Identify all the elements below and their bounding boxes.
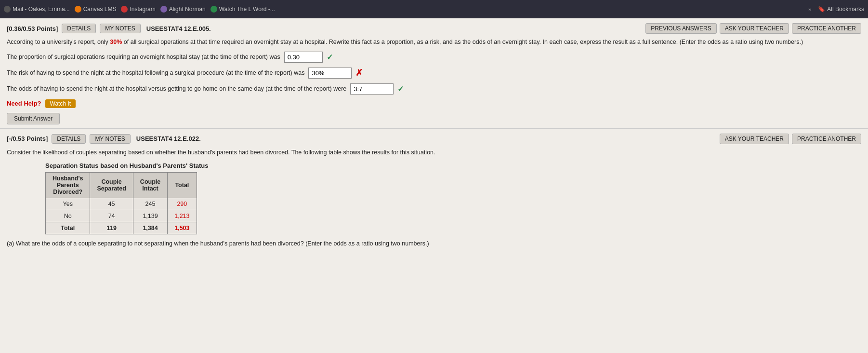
table-cell-yes-intact: 245	[133, 198, 167, 210]
chevron-right-icon: »	[808, 6, 811, 12]
topbar-right: » 🔖 All Bookmarks	[808, 6, 864, 13]
table-cell-yes-total: 290	[168, 198, 197, 210]
q2-answer-row-2: The risk of having to spend the night at…	[7, 68, 861, 79]
q2-right-buttons: PREVIOUS ANSWERS ASK YOUR TEACHER PRACTI…	[645, 23, 861, 34]
top-bar: Mail - Oakes, Emma... Canvas LMS Instagr…	[0, 0, 868, 18]
pct-highlight: 30%	[110, 39, 122, 45]
q2-row1-input[interactable]	[284, 52, 323, 63]
table-row-total: Total 119 1,384 1,503	[46, 222, 197, 234]
question-2-header: [0.36/0.53 Points] DETAILS MY NOTES USEE…	[7, 23, 861, 34]
table-cell-total-intact: 1,384	[133, 222, 167, 234]
q2-row3-input[interactable]	[350, 83, 394, 95]
need-help-row: Need Help? Watch It	[7, 99, 861, 108]
q2-row2-check: ✗	[355, 68, 363, 78]
q2-row2-prefix: The risk of having to spend the night at…	[7, 69, 304, 76]
tab-instagram-label: Instagram	[130, 6, 155, 13]
q2-row1-prefix: The proportion of surgical operations re…	[7, 54, 280, 60]
question-13-id: USEESTAT4 12.E.022.	[136, 135, 201, 142]
table-header-parents: Husband'sParentsDivorced?	[46, 172, 90, 198]
tab-list: Mail - Oakes, Emma... Canvas LMS Instagr…	[4, 6, 802, 13]
tab-dot-canvas	[75, 6, 81, 13]
table-cell-yes-label: Yes	[46, 198, 90, 210]
question-13-text: Consider the likelihood of couples separ…	[7, 148, 861, 157]
q2-answer-row-1: The proportion of surgical operations re…	[7, 52, 861, 63]
table-cell-total-separated: 119	[90, 222, 133, 234]
q13-practice-another-button[interactable]: PRACTICE ANOTHER	[792, 134, 861, 144]
tab-watch[interactable]: Watch The L Word -...	[210, 6, 275, 13]
table-cell-no-intact: 1,139	[133, 210, 167, 222]
bookmarks-label: All Bookmarks	[827, 6, 864, 13]
question-13-points: [-/0.53 Points]	[7, 135, 48, 142]
q2-details-button[interactable]: DETAILS	[62, 24, 96, 33]
need-help-label: Need Help?	[7, 100, 41, 107]
q13-sub-question-a: (a) What are the odds of a couple separa…	[7, 239, 861, 248]
tab-dot-watch	[210, 6, 217, 13]
table-cell-no-label: No	[46, 210, 90, 222]
question-2-block: [0.36/0.53 Points] DETAILS MY NOTES USEE…	[0, 18, 868, 129]
q13-ask-teacher-button[interactable]: ASK YOUR TEACHER	[720, 134, 789, 144]
table-row-yes: Yes 45 245 290	[46, 198, 197, 210]
tab-canvas-label: Canvas LMS	[83, 6, 117, 13]
table-cell-yes-separated: 45	[90, 198, 133, 210]
q2-notes-button[interactable]: MY NOTES	[100, 24, 140, 33]
tab-alight[interactable]: Alight Norman	[160, 6, 206, 13]
table-title: Separation Status based on Husband's Par…	[45, 162, 861, 169]
q13-right-buttons: ASK YOUR TEACHER PRACTICE ANOTHER	[720, 134, 861, 144]
table-cell-total-total: 1,503	[168, 222, 197, 234]
table-header-intact: CoupleIntact	[133, 172, 167, 198]
all-bookmarks[interactable]: 🔖 All Bookmarks	[818, 6, 864, 13]
tab-alight-label: Alight Norman	[169, 6, 206, 13]
q2-row3-prefix: The odds of having to spend the night at…	[7, 85, 346, 92]
table-row-no: No 74 1,139 1,213	[46, 210, 197, 222]
bookmark-icon: 🔖	[818, 6, 825, 13]
table-cell-total-label: Total	[46, 222, 90, 234]
tab-dot-instagram	[121, 6, 128, 13]
table-cell-no-separated: 74	[90, 210, 133, 222]
watch-it-button[interactable]: Watch It	[45, 99, 76, 108]
q2-answer-row-3: The odds of having to spend the night at…	[7, 83, 861, 95]
tab-canvas[interactable]: Canvas LMS	[75, 6, 117, 13]
tab-instagram[interactable]: Instagram	[121, 6, 155, 13]
q2-row1-check: ✓	[327, 53, 333, 62]
tab-mail-label: Mail - Oakes, Emma...	[13, 6, 70, 13]
table-header-total: Total	[168, 172, 197, 198]
q2-practice-another-button[interactable]: PRACTICE ANOTHER	[792, 23, 861, 34]
q2-submit-button[interactable]: Submit Answer	[7, 113, 60, 124]
question-13-header: [-/0.53 Points] DETAILS MY NOTES USEESTA…	[7, 134, 861, 144]
tab-mail[interactable]: Mail - Oakes, Emma...	[4, 6, 70, 13]
q2-row3-check: ✓	[397, 84, 404, 94]
table-header-separated: CoupleSeparated	[90, 172, 133, 198]
tab-watch-label: Watch The L Word -...	[219, 6, 275, 13]
q13-details-button[interactable]: DETAILS	[52, 134, 86, 144]
question-2-id: USEESTAT4 12.E.005.	[146, 25, 211, 32]
main-content: [0.36/0.53 Points] DETAILS MY NOTES USEE…	[0, 18, 868, 353]
question-2-text: According to a university's report, only…	[7, 38, 861, 47]
table-cell-no-total: 1,213	[168, 210, 197, 222]
tab-dot-alight	[160, 6, 167, 13]
question-2-points: [0.36/0.53 Points]	[7, 25, 58, 32]
q2-row2-input[interactable]	[308, 68, 352, 79]
q2-ask-teacher-button[interactable]: ASK YOUR TEACHER	[720, 23, 789, 34]
question-13-block: [-/0.53 Points] DETAILS MY NOTES USEESTA…	[0, 129, 868, 254]
q2-previous-answers-button[interactable]: PREVIOUS ANSWERS	[645, 23, 716, 34]
separation-table: Husband'sParentsDivorced? CoupleSeparate…	[45, 172, 197, 234]
tab-dot-mail	[4, 6, 11, 13]
q13-notes-button[interactable]: MY NOTES	[90, 134, 130, 144]
